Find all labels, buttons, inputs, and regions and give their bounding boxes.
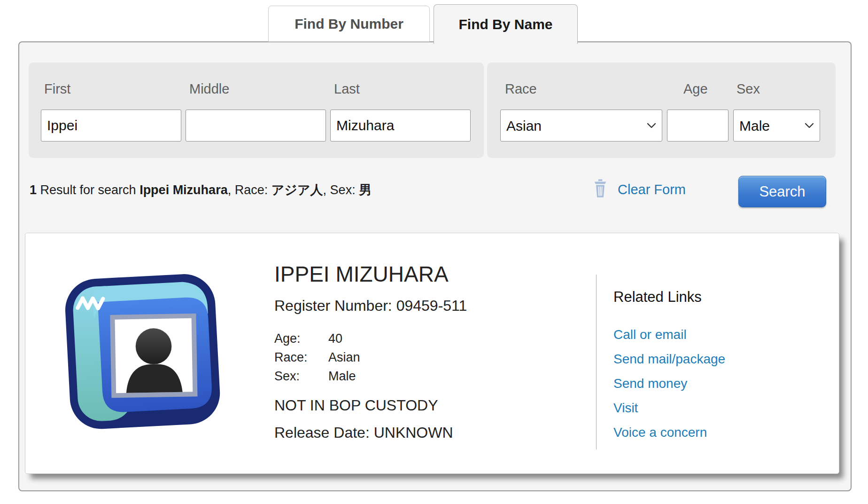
trash-icon — [592, 179, 608, 200]
detail-row-race: Race: Asian — [274, 348, 360, 367]
result-text: Result for search — [37, 183, 140, 197]
page: Find By Number Find By Name First Middle… — [0, 0, 868, 504]
sex-label: Sex — [736, 81, 760, 97]
tab-find-by-number[interactable]: Find By Number — [268, 6, 430, 42]
detail-row-sex: Sex: Male — [274, 367, 360, 386]
detail-row-age: Age: 40 — [274, 329, 360, 348]
inmate-result-card: IPPEI MIZUHARA Register Number: 09459-51… — [25, 233, 839, 474]
link-voice-a-concern[interactable]: Voice a concern — [613, 423, 725, 442]
detail-sex-label: Sex: — [274, 369, 328, 384]
middle-name-label: Middle — [189, 81, 229, 97]
last-name-input[interactable] — [330, 110, 471, 142]
inmate-photo-book-icon — [64, 268, 221, 433]
sex-select-wrap: Male — [733, 110, 820, 142]
link-send-mail[interactable]: Send mail/package — [613, 350, 725, 369]
detail-sex-value: Male — [328, 369, 356, 384]
link-visit[interactable]: Visit — [613, 399, 725, 417]
tab-find-by-name[interactable]: Find By Name — [434, 4, 578, 44]
clear-form-label: Clear Form — [618, 182, 686, 197]
link-call-or-email[interactable]: Call or email — [613, 325, 725, 344]
result-race-prefix: , Race: — [228, 183, 271, 197]
detail-age-label: Age: — [274, 331, 328, 346]
clear-form-link[interactable]: Clear Form — [592, 179, 686, 200]
age-label: Age — [683, 81, 708, 97]
search-panel: First Middle Last Race Age Sex Asian Mal… — [18, 41, 852, 491]
result-query-name: Ippei Mizuhara — [140, 183, 228, 197]
name-fields-panel: First Middle Last — [29, 63, 484, 158]
first-name-label: First — [44, 81, 70, 97]
age-input[interactable] — [667, 110, 728, 142]
link-send-money[interactable]: Send money — [613, 374, 725, 393]
inmate-name: IPPEI MIZUHARA — [274, 261, 449, 287]
race-select-wrap: Asian — [500, 110, 662, 142]
race-label: Race — [505, 81, 537, 97]
result-sex-value: 男 — [359, 183, 372, 197]
demographics-panel: Race Age Sex Asian Male — [487, 63, 836, 158]
last-name-label: Last — [334, 81, 360, 97]
inmate-details: Age: 40 Race: Asian Sex: Male — [274, 329, 360, 386]
detail-race-value: Asian — [328, 350, 360, 365]
result-race-value: アジア人 — [271, 183, 323, 197]
first-name-input[interactable] — [41, 110, 181, 142]
result-count: 1 — [30, 183, 37, 197]
search-button[interactable]: Search — [738, 176, 826, 207]
related-links-title: Related Links — [613, 289, 725, 306]
result-sex-prefix: , Sex: — [323, 183, 359, 197]
result-summary: 1 Result for search Ippei Mizuhara, Race… — [30, 181, 372, 198]
custody-status: NOT IN BOP CUSTODY — [274, 397, 438, 414]
race-select[interactable]: Asian — [500, 110, 662, 142]
sex-select[interactable]: Male — [733, 110, 820, 142]
register-number: Register Number: 09459-511 — [274, 297, 467, 315]
detail-race-label: Race: — [274, 350, 328, 365]
related-links: Related Links Call or email Send mail/pa… — [613, 289, 725, 448]
detail-age-value: 40 — [328, 331, 342, 346]
release-date: Release Date: UNKNOWN — [274, 424, 453, 441]
middle-name-input[interactable] — [186, 110, 326, 142]
card-divider — [596, 275, 597, 449]
